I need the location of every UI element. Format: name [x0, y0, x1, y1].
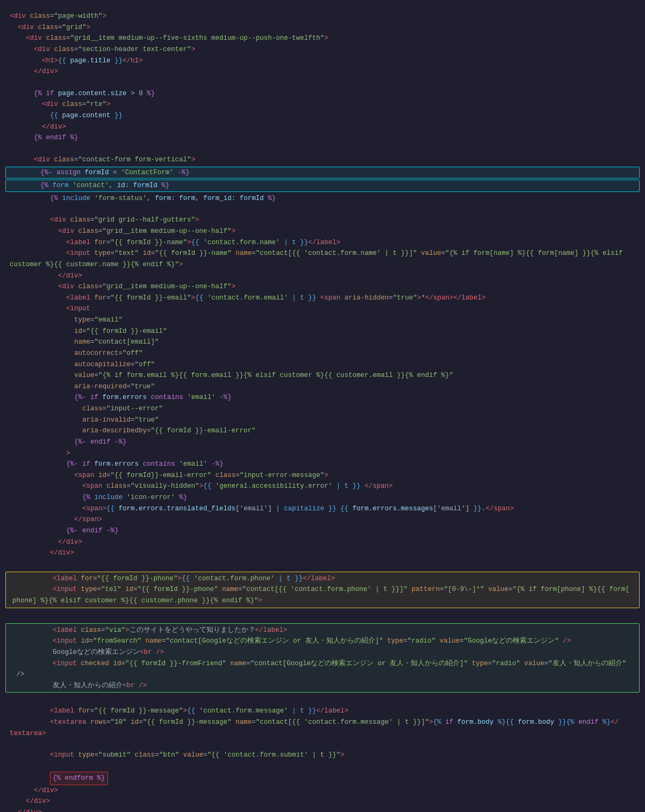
code-line-59: />: [8, 669, 637, 680]
code-line-25: <div class="grid__item medium-up--one-ha…: [5, 281, 640, 293]
code-line-14: <div class="contact-form form-vertical">: [5, 154, 640, 166]
code-line-15: {%- assign formId = 'ContactForm' -%}: [5, 167, 640, 179]
code-line-34: aria-required="true": [5, 381, 640, 393]
code-line-36: class="input--error": [5, 403, 640, 415]
code-line-46: </span>: [5, 514, 640, 525]
code-line-23: customer %}{{ customer.name }}{% endif %…: [5, 259, 640, 270]
code-line-66: [5, 761, 640, 772]
code-line-20: <div class="grid__item medium-up--one-ha…: [5, 226, 640, 237]
code-line-18: [5, 204, 640, 215]
code-line-27: <input: [5, 303, 640, 315]
code-line-17: {% include 'form-status', form: form, fo…: [5, 193, 640, 204]
code-line-19: <div class="grid grid--half-gutters">: [5, 215, 640, 226]
code-line-33: value="{% if form.email %}{{ form.email …: [5, 370, 640, 381]
code-line-56: <input id="fromSearch" name="contact[Goo…: [8, 636, 637, 647]
code-line-2: <div class="grid">: [5, 22, 640, 33]
code-line-62: <label for="{{ formId }}-message">{{ 'co…: [5, 706, 640, 717]
code-editor: <div class="page-width"> <div class="gri…: [0, 0, 645, 812]
code-line-6: </div>: [5, 66, 640, 77]
code-line-30: name="contact[email]": [5, 337, 640, 348]
code-line-54: [5, 610, 640, 621]
code-line-39: {%- endif -%}: [5, 437, 640, 448]
code-line-43: <span class="visually-hidden">{{ 'genera…: [5, 481, 640, 492]
code-line-5: <h1>{{ page.title }}</h1>: [5, 55, 640, 67]
code-line-70: </div>: [5, 807, 640, 812]
code-line-65b: <input type="submit" class="btn" value="…: [5, 750, 640, 761]
code-line-22: <input type="text" id="{{ formId }}-name…: [5, 248, 640, 259]
code-line-58: <input checked id="{{ formId }}-fromFrie…: [8, 658, 637, 669]
code-line-41: {%- if form.errors contains 'email' -%}: [5, 459, 640, 470]
code-line-7: [5, 77, 640, 88]
code-line-28: type="email": [5, 315, 640, 326]
code-line-57: Googleなどの検索エンジン<br />: [8, 647, 637, 658]
code-line-65: [5, 739, 640, 750]
code-line-35: {%- if form.errors contains 'email' -%}: [5, 392, 640, 403]
code-line-1: <div class="page-width">: [5, 11, 640, 22]
code-line-11: </div>: [5, 122, 640, 133]
code-line-53: phone] %}{% elsif customer %}{{ customer…: [8, 595, 637, 607]
code-line-48: </div>: [5, 537, 640, 548]
code-line-64: textarea>: [5, 728, 640, 739]
code-line-55: <label class="via">このサイトをどうやって知りましたか？</l…: [8, 625, 637, 636]
code-line-69: </div>: [5, 796, 640, 807]
endform-highlight: {% endform %}: [50, 772, 108, 785]
code-line-40: >: [5, 448, 640, 459]
code-line-52: <input type="tel" id="{{ formId }}-phone…: [8, 584, 637, 595]
code-line-67: {% endform %}: [5, 772, 640, 785]
code-line-16: {% form 'contact', id: formId %}: [5, 180, 640, 192]
code-line-10: {{ page.content }}: [5, 110, 640, 122]
code-line-68: </div>: [5, 785, 640, 796]
code-line-3: <div class="grid__item medium-up--five-s…: [5, 33, 640, 44]
code-line-60: 友人・知人からの紹介<br />: [8, 680, 637, 692]
highlight-via-section: <label class="via">このサイトをどうやって知りましたか？</l…: [5, 623, 640, 693]
code-line-4: <div class="section-header text-center">: [5, 44, 640, 55]
code-line-24: </div>: [5, 270, 640, 282]
code-line-13: [5, 144, 640, 154]
code-line-42: <span id="{{ formId}}-email-error" class…: [5, 470, 640, 481]
code-line-31: autocorrect="off": [5, 348, 640, 359]
highlight-phone-section: <label for="{{ formId }}-phone">{{ 'cont…: [5, 572, 640, 608]
code-line-38: aria-describedby="{{ formId }}-email-err…: [5, 425, 640, 437]
code-line-47: {%- endif -%}: [5, 525, 640, 537]
code-line-45: <span>{{ form.errors.translated_fields['…: [5, 503, 640, 515]
code-line-44: {% include 'icon-error' %}: [5, 492, 640, 503]
code-line-8: {% if page.content.size > 0 %}: [5, 88, 640, 99]
code-line-37: aria-invalid="true": [5, 415, 640, 426]
code-line-32: autocapitalize="off": [5, 359, 640, 371]
code-line-50: [5, 559, 640, 569]
code-line-21: <label for="{{ formId }}-name">{{ 'conta…: [5, 237, 640, 248]
code-line-63: <textarea rows="10" id="{{ formId }}-mes…: [5, 717, 640, 728]
code-line-29: id="{{ formId }}-email": [5, 326, 640, 337]
code-line-12: {% endif %}: [5, 132, 640, 144]
code-line-26: <label for="{{ formId }}-email">{{ 'cont…: [5, 293, 640, 304]
code-line-51: <label for="{{ formId }}-phone">{{ 'cont…: [8, 573, 637, 585]
code-line-9: <div class="rte">: [5, 99, 640, 110]
code-line-61: [5, 695, 640, 706]
code-line-49: </div>: [5, 547, 640, 559]
